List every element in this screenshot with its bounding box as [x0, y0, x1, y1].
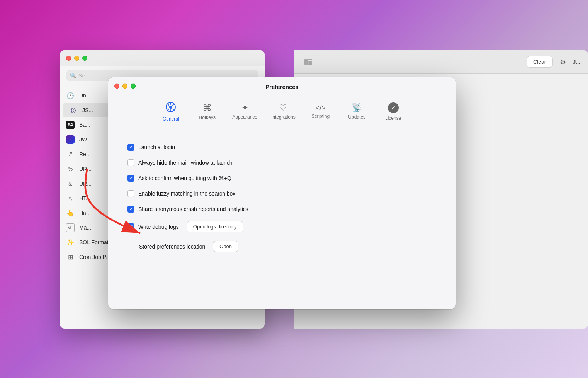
clear-button[interactable]: Clear: [527, 56, 552, 68]
search-placeholder: Sea: [78, 73, 87, 78]
preferences-titlebar: Preferences: [108, 77, 456, 95]
crash-reports-checkbox-wrapper[interactable]: Share anonymous crash reports and analyt…: [127, 206, 248, 213]
setting-row: Enable fuzzy matching in the search box: [127, 190, 437, 197]
markdown-icon: M+: [66, 223, 75, 232]
confirm-quit-label: Ask to confirm when quitting with ⌘+Q: [138, 175, 231, 181]
tab-label: Appearance: [232, 114, 257, 120]
base64-icon: 64: [66, 121, 75, 129]
pref-minimize-button[interactable]: [122, 83, 127, 89]
svg-rect-2: [308, 61, 312, 63]
bg-close-button[interactable]: [66, 56, 71, 61]
updates-icon: 📡: [352, 104, 362, 112]
hide-window-checkbox-wrapper[interactable]: Always hide the main window at launch: [127, 159, 233, 166]
json-icon: {;}: [69, 106, 78, 114]
crash-reports-label: Share anonymous crash reports and analyt…: [138, 206, 248, 212]
preferences-title: Preferences: [265, 83, 299, 90]
right-panel-header: Clear ⚙ J...: [294, 50, 588, 74]
fuzzy-match-checkbox-wrapper[interactable]: Enable fuzzy matching in the search box: [127, 190, 235, 197]
debug-logs-checkbox[interactable]: [127, 223, 134, 230]
preferences-content: Launch at login Always hide the main win…: [108, 132, 456, 264]
general-icon: [165, 102, 176, 114]
integrations-icon: ♡: [279, 104, 287, 112]
setting-row: Write debug logs Open logs directory: [127, 221, 437, 232]
ht-icon: #;: [66, 194, 75, 203]
bg-window-titlebar: [60, 50, 265, 66]
svg-line-11: [173, 109, 174, 111]
hotkeys-icon: ⌘: [202, 103, 212, 112]
tab-label: Hotkeys: [199, 115, 216, 120]
jw-icon: [66, 135, 75, 144]
tab-updates[interactable]: 📡 Updates: [340, 100, 374, 124]
search-icon: 🔍: [70, 73, 76, 78]
preferences-toolbar: General ⌘ Hotkeys ✦ Appearance ♡ Integra…: [108, 95, 456, 132]
svg-rect-3: [308, 63, 312, 65]
preferences-dialog: Preferences General: [108, 77, 456, 309]
bg-maximize-button[interactable]: [82, 56, 87, 61]
setting-row: Always hide the main window at launch: [127, 159, 437, 166]
fuzzy-match-checkbox[interactable]: [127, 190, 134, 197]
tab-hotkeys[interactable]: ⌘ Hotkeys: [190, 99, 224, 124]
setting-row: Ask to confirm when quitting with ⌘+Q: [127, 175, 437, 182]
tab-label: Updates: [348, 114, 365, 120]
gear-button[interactable]: ⚙: [557, 56, 569, 68]
svg-point-5: [169, 106, 172, 109]
sidebar-toggle-button[interactable]: [302, 57, 314, 66]
tab-label: License: [385, 116, 401, 121]
svg-line-10: [168, 104, 169, 106]
open-stored-pref-button[interactable]: Open: [213, 241, 238, 252]
cron-icon: ⊞: [66, 253, 75, 261]
tab-label: Scripting: [311, 114, 330, 119]
js-label: J...: [573, 59, 580, 65]
svg-line-12: [173, 104, 174, 106]
fingerprint-icon: 👆: [66, 209, 75, 217]
launch-login-label: Launch at login: [138, 144, 175, 150]
launch-login-checkbox-wrapper[interactable]: Launch at login: [127, 144, 175, 151]
appearance-icon: ✦: [241, 104, 248, 112]
scripting-icon: </>: [316, 104, 326, 111]
tab-integrations[interactable]: ♡ Integrations: [265, 100, 302, 124]
hide-window-checkbox[interactable]: [127, 159, 134, 166]
right-panel-actions: Clear ⚙ J...: [527, 56, 580, 68]
stored-pref-label: Stored preferences location: [139, 243, 205, 250]
tab-appearance[interactable]: ✦ Appearance: [226, 100, 263, 124]
setting-row: Share anonymous crash reports and analyt…: [127, 206, 437, 213]
clock-icon: 🕐: [66, 91, 75, 100]
svg-line-13: [168, 109, 169, 111]
confirm-quit-checkbox-wrapper[interactable]: Ask to confirm when quitting with ⌘+Q: [127, 175, 231, 182]
tab-label: Integrations: [271, 114, 296, 120]
setting-row: Launch at login: [127, 144, 437, 151]
tab-scripting[interactable]: </> Scripting: [303, 100, 338, 123]
pref-close-button[interactable]: [114, 83, 119, 89]
pref-maximize-button[interactable]: [131, 83, 136, 89]
url-icon: %: [66, 165, 75, 173]
traffic-lights: [114, 83, 136, 89]
tab-general[interactable]: General: [153, 98, 188, 126]
license-icon: ✓: [388, 102, 399, 113]
stored-preferences-row: Stored preferences location Open: [127, 241, 437, 252]
svg-rect-0: [304, 59, 308, 65]
tab-license[interactable]: ✓ License: [376, 99, 411, 125]
fuzzy-match-label: Enable fuzzy matching in the search box: [138, 191, 235, 197]
bg-minimize-button[interactable]: [74, 56, 79, 61]
regex-icon: .*: [66, 150, 75, 158]
open-logs-button[interactable]: Open logs directory: [187, 221, 243, 232]
hide-window-label: Always hide the main window at launch: [138, 160, 233, 166]
confirm-quit-checkbox[interactable]: [127, 175, 134, 182]
sql-icon: ✨: [66, 238, 75, 247]
svg-rect-1: [308, 59, 312, 60]
tab-label: General: [163, 116, 179, 122]
debug-logs-checkbox-wrapper[interactable]: Write debug logs: [127, 223, 179, 230]
url2-icon: &: [66, 179, 75, 188]
debug-logs-label: Write debug logs: [138, 224, 179, 230]
crash-reports-checkbox[interactable]: [127, 206, 134, 213]
launch-login-checkbox[interactable]: [127, 144, 134, 151]
